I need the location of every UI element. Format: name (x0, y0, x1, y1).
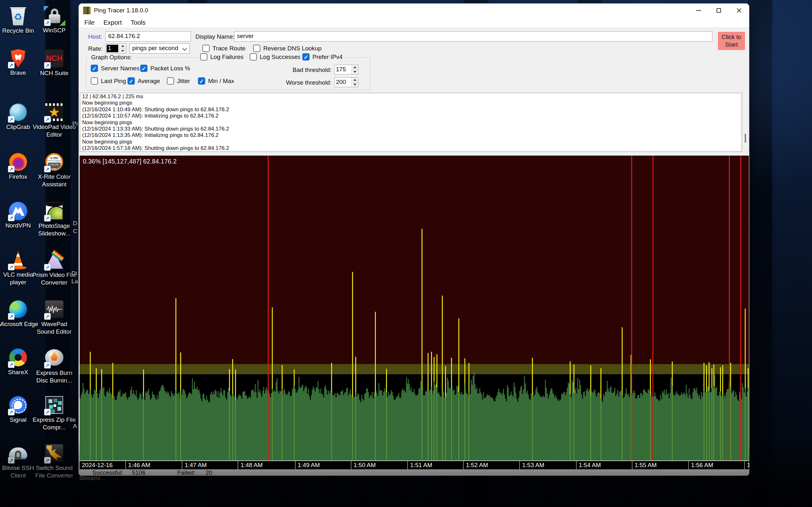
jitter-label: Jitter (177, 78, 190, 84)
bad-threshold-down[interactable] (352, 69, 358, 74)
shortcut-arrow-icon (44, 116, 51, 123)
brave-icon (9, 49, 27, 67)
successful-label: Successful: (92, 469, 123, 476)
bitvise-icon (9, 444, 27, 463)
graph-options-label: Graph Options: (89, 54, 134, 61)
maximize-icon (716, 8, 721, 13)
axis-time-label: 1:51 AM (407, 461, 432, 469)
express-burn-icon (45, 349, 63, 368)
log-successes-checkbox[interactable]: Log Successes (247, 53, 303, 60)
up-arrow-icon (353, 66, 357, 68)
close-button[interactable] (729, 3, 749, 17)
failure-line (729, 156, 730, 460)
log-output[interactable]: 12 | 62.84.176.2 | 225 msNow beginning p… (80, 93, 742, 152)
partial-icon-label: A (73, 423, 77, 430)
worse-threshold-stepper[interactable]: 200 (334, 77, 358, 87)
titlebar: Ping Tracer 1.18.0.0 (79, 3, 749, 17)
worse-threshold-down[interactable] (352, 82, 358, 87)
last-ping-checkbox[interactable]: Last Ping (91, 77, 126, 84)
prefer-ipv4-checkbox[interactable]: Prefer IPv4 (300, 53, 345, 60)
recycle-bin-icon (9, 7, 27, 25)
successful-value: 5106 (132, 469, 145, 476)
shortcut-arrow-icon (8, 166, 14, 172)
desktop-icon-expressburn[interactable]: Express Burn Disc Burnin... (32, 348, 77, 384)
desktop-icon-winscp[interactable]: WinSCP (32, 7, 77, 34)
menu-tools[interactable]: Tools (126, 19, 150, 26)
maximize-button[interactable] (709, 3, 729, 17)
desktop-icon-nch-suite[interactable]: NCH NCH Suite (32, 49, 77, 77)
start-button[interactable]: Click to Start (717, 31, 746, 51)
shortcut-arrow-icon (8, 264, 14, 270)
minimize-button[interactable] (688, 3, 709, 17)
server-names-label: Server Names (101, 65, 139, 72)
rate-unit-dropdown[interactable]: pings per second (130, 43, 190, 54)
desktop-icon-photostage[interactable]: PhotoStage Slideshow... (32, 202, 77, 237)
time-axis: 2024-12-161:46 AM1:47 AM1:48 AM1:49 AM1:… (80, 460, 749, 469)
shortcut-arrow-icon (44, 313, 51, 320)
log-line: 12 | 62.84.176.2 | 225 ms (82, 94, 740, 100)
shortcut-arrow-icon (44, 264, 51, 271)
bad-threshold-stepper[interactable]: 175 (334, 65, 358, 74)
failure-line (631, 156, 632, 460)
host-input[interactable]: 62.84.176.2 (105, 32, 191, 42)
min-max-checkbox[interactable]: Min / Max (198, 77, 234, 84)
server-names-checkbox[interactable]: Server Names (91, 65, 139, 72)
clipgrab-icon (9, 103, 27, 122)
partial-icon-label: La (71, 278, 78, 285)
partial-icon-label: Pi (72, 120, 78, 127)
shortcut-arrow-icon (44, 62, 51, 69)
menu-export[interactable]: Export (99, 19, 126, 26)
log-successes-label: Log Successes (260, 54, 301, 60)
rate-value[interactable]: 1 (107, 45, 118, 52)
trace-route-checkbox[interactable]: Trace Route (202, 45, 246, 52)
packet-loss-checkbox[interactable]: Packet Loss % (140, 65, 190, 72)
menu-file[interactable]: File (80, 19, 99, 26)
nch-suite-icon: NCH (45, 49, 63, 68)
desktop-icon-prism[interactable]: Prism Video File Converter (32, 251, 77, 286)
jitter-checkbox[interactable]: Jitter (167, 77, 190, 84)
bad-threshold-up[interactable] (352, 65, 358, 69)
display-name-label: Display Name: (195, 33, 235, 40)
desktop-icon-switchsound[interactable]: Switch Sound File Converter (32, 444, 77, 480)
minimize-icon (696, 10, 701, 11)
log-line: (12/16/2024 1:13:35 AM): Initializing pi… (82, 132, 740, 138)
graph-header-label: 0.36% [145,127,487] 62.84.176.2 (83, 158, 177, 165)
rate-unit-value: pings per second (132, 45, 178, 51)
log-scrollbar-thumb[interactable] (745, 134, 746, 143)
log-scrollbar[interactable] (742, 93, 749, 152)
menubar: File Export Tools (79, 17, 749, 28)
bad-threshold-value[interactable]: 175 (335, 65, 351, 74)
worse-threshold-value[interactable]: 200 (335, 78, 351, 87)
app-icon (83, 7, 91, 14)
shortcut-arrow-icon (8, 62, 14, 68)
desktop-icon-wavepad[interactable]: WavePad Sound Editor (32, 300, 77, 336)
desktop-icon-xrite[interactable]: x-ritePANTONE®COLOR X-Rite Color Assista… (32, 153, 77, 188)
axis-date-label: 2024-12-16 (80, 461, 113, 469)
down-arrow-icon (121, 50, 124, 52)
icon-label: Prism Video File Converter (32, 271, 77, 286)
up-arrow-icon (353, 79, 357, 81)
reverse-dns-checkbox[interactable]: Reverse DNS Lookup (253, 45, 322, 52)
photostage-icon (45, 202, 63, 221)
desktop-icon-videopad[interactable]: ★ VideoPad Video Editor (32, 103, 77, 138)
worse-threshold-up[interactable] (352, 78, 358, 82)
checkbox-icon (167, 77, 174, 84)
log-line: (12/16/2024 1:10:57 AM): Initializing pi… (82, 113, 740, 119)
axis-time-label: 1:52 AM (463, 461, 488, 469)
axis-time-label: 1:50 AM (351, 461, 376, 469)
checkbox-icon (91, 65, 98, 72)
checkbox-icon (253, 45, 260, 52)
edge-icon (9, 300, 27, 319)
switch-sound-icon (45, 444, 63, 463)
checkbox-icon (198, 77, 205, 84)
average-checkbox[interactable]: Average (128, 77, 160, 84)
log-failures-checkbox[interactable]: Log Failures (198, 53, 246, 60)
rate-spin-up[interactable] (119, 44, 126, 49)
rate-spin-down[interactable] (119, 49, 126, 54)
icon-label: Express Zip File Compr... (32, 416, 77, 431)
display-name-input[interactable]: server (234, 32, 712, 42)
icon-label: WinSCP (32, 26, 77, 34)
down-arrow-icon (353, 83, 357, 86)
rate-stepper[interactable]: 1 (105, 43, 126, 54)
desktop-icon-expresszip[interactable]: Express Zip File Compr... (32, 396, 77, 431)
